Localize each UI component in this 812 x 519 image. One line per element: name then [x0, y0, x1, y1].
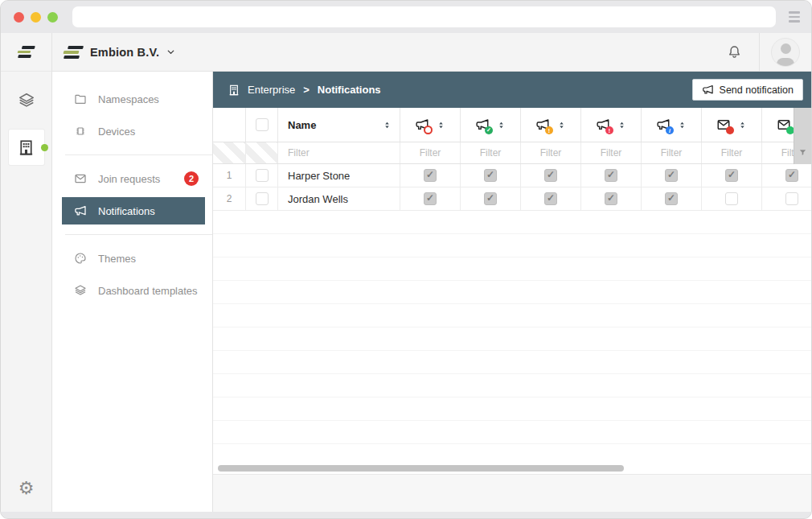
filter-disabled-cell	[246, 142, 278, 163]
sort-icon[interactable]	[383, 120, 392, 130]
row-number: 1	[213, 164, 246, 187]
folder-icon	[74, 93, 87, 105]
address-bar-input[interactable]	[72, 6, 776, 27]
empty-row	[213, 211, 811, 234]
empty-row	[213, 281, 811, 304]
column-filter-input[interactable]: Filter	[400, 142, 461, 163]
icon-rail	[1, 33, 52, 512]
chip-icon	[74, 125, 87, 138]
column-header-megaphone-blue-info[interactable]	[642, 108, 702, 142]
notifications-table: Name	[213, 108, 811, 463]
channel-checkbox[interactable]	[605, 192, 617, 205]
rail-logo[interactable]	[1, 33, 51, 72]
sidebar-item-join-requests[interactable]: Join requests 2	[62, 165, 205, 192]
channel-checkbox[interactable]	[484, 192, 497, 205]
channel-checkbox[interactable]	[665, 192, 678, 205]
mail-red-icon	[716, 117, 731, 132]
minimize-window-button[interactable]	[31, 12, 41, 23]
sort-icon[interactable]	[617, 120, 626, 130]
funnel-icon	[798, 148, 807, 157]
megaphone-amber-icon	[535, 117, 550, 132]
browser-window: Embion B.V. Namespace	[0, 0, 812, 519]
column-filter-panel-button[interactable]	[794, 108, 811, 164]
sidebar-item-namespaces[interactable]: Namespaces	[62, 85, 205, 113]
sort-icon[interactable]	[678, 120, 687, 130]
filter-disabled-cell	[213, 142, 246, 163]
mail-green-icon	[777, 117, 791, 132]
select-all-checkbox[interactable]	[256, 118, 269, 131]
sidebar-item-label: Dashboard templates	[98, 285, 198, 297]
join-requests-count-badge: 2	[184, 171, 199, 186]
settings-gear-icon[interactable]	[18, 478, 35, 499]
column-filter-input[interactable]: Filter	[581, 142, 642, 163]
sidebar-item-label: Join requests	[98, 173, 160, 185]
sidebar-item-dashboard-templates[interactable]: Dashboard templates	[62, 277, 205, 304]
column-header-megaphone-red-alert[interactable]	[581, 108, 642, 142]
row-number: 2	[213, 187, 246, 210]
column-header-megaphone-red-ring[interactable]	[400, 108, 461, 142]
row-select-checkbox[interactable]	[256, 169, 269, 182]
breadcrumb-separator: >	[302, 84, 310, 96]
maximize-window-button[interactable]	[47, 12, 58, 23]
channel-checkbox[interactable]	[424, 192, 437, 205]
channel-checkbox[interactable]	[544, 169, 557, 182]
column-filter-input[interactable]: Filter	[521, 142, 581, 163]
sidebar: Namespaces Devices Join requests 2 N	[52, 72, 213, 512]
sort-icon[interactable]	[738, 120, 747, 130]
sort-icon[interactable]	[557, 120, 566, 130]
channel-checkbox[interactable]	[544, 192, 557, 205]
channel-checkbox[interactable]	[785, 192, 798, 205]
sidebar-item-notifications[interactable]: Notifications	[62, 197, 205, 224]
notifications-bell-button[interactable]	[709, 43, 759, 60]
name-column-header[interactable]: Name	[278, 108, 400, 142]
online-status-dot	[41, 144, 48, 151]
palette-icon	[74, 252, 87, 265]
channel-checkbox[interactable]	[424, 169, 437, 182]
breadcrumb-current: Notifications	[318, 84, 381, 96]
channel-checkbox[interactable]	[665, 169, 678, 182]
channel-checkbox[interactable]	[725, 192, 738, 205]
row-number-header	[213, 108, 246, 142]
horizontal-scrollbar-thumb[interactable]	[218, 465, 624, 472]
send-notification-button[interactable]: Send notification	[692, 79, 803, 101]
table-header-row: Name	[213, 108, 811, 142]
embion-logo-icon	[64, 46, 84, 59]
empty-row	[213, 374, 811, 397]
empty-row	[213, 421, 811, 444]
breadcrumb-root[interactable]: Enterprise	[248, 84, 295, 96]
mail-icon	[74, 172, 87, 185]
name-filter-input[interactable]: Filter	[278, 142, 400, 163]
browser-chrome	[1, 1, 811, 33]
rail-item-dashboards[interactable]	[9, 83, 44, 118]
empty-row	[213, 351, 811, 374]
sort-icon[interactable]	[497, 120, 506, 130]
column-filter-input[interactable]: Filter	[702, 142, 762, 163]
user-name: Jordan Wells	[278, 187, 400, 210]
channel-checkbox[interactable]	[725, 169, 738, 182]
user-menu-button[interactable]	[760, 38, 811, 67]
column-header-megaphone-green-check[interactable]	[461, 108, 521, 142]
chevron-down-icon	[166, 47, 176, 57]
layers-icon	[74, 284, 87, 297]
rail-item-enterprise[interactable]	[9, 130, 44, 165]
column-filter-input[interactable]: Filter	[461, 142, 521, 163]
column-filter-input[interactable]: Filter	[642, 142, 702, 163]
sidebar-item-themes[interactable]: Themes	[62, 245, 205, 272]
building-icon	[17, 138, 35, 157]
top-bar: Embion B.V.	[52, 33, 811, 72]
table-footer	[213, 474, 811, 512]
close-window-button[interactable]	[14, 12, 24, 23]
browser-menu-icon[interactable]	[787, 10, 802, 24]
row-select-checkbox[interactable]	[256, 192, 269, 205]
company-switcher[interactable]: Embion B.V.	[65, 46, 176, 59]
empty-row	[213, 304, 811, 327]
channel-checkbox[interactable]	[484, 169, 497, 182]
table-row: 2 Jordan Wells	[213, 187, 811, 211]
column-header-megaphone-amber[interactable]	[521, 108, 581, 142]
sidebar-item-devices[interactable]: Devices	[62, 117, 205, 145]
channel-checkbox[interactable]	[785, 169, 798, 182]
channel-checkbox[interactable]	[605, 169, 617, 182]
column-header-mail-red[interactable]	[702, 108, 762, 142]
megaphone-red-alert-icon	[596, 117, 610, 132]
sort-icon[interactable]	[437, 120, 445, 130]
